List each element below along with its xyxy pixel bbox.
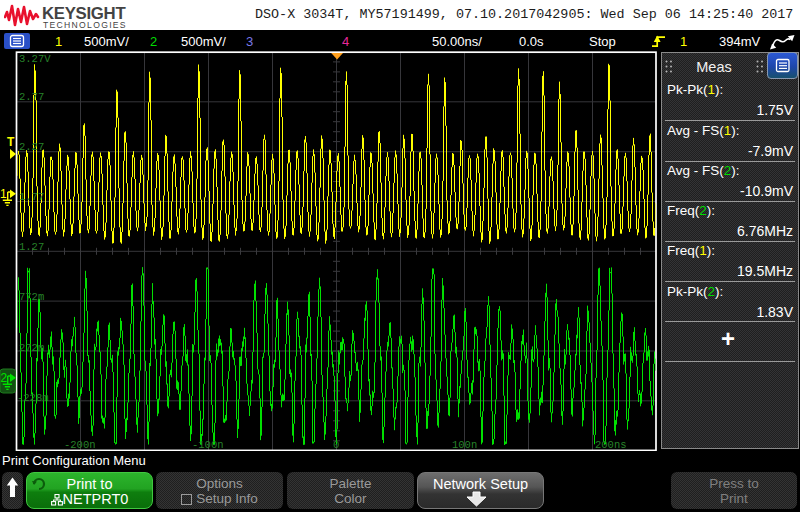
svg-text:2.77: 2.77 xyxy=(19,91,44,103)
svg-text:3.27V: 3.27V xyxy=(19,53,51,65)
svg-text:2: 2 xyxy=(1,371,8,385)
svg-text:772m: 772m xyxy=(19,291,44,303)
svg-text:100n: 100n xyxy=(452,439,477,451)
svg-text:200ns: 200ns xyxy=(595,439,627,451)
svg-text:1.77: 1.77 xyxy=(19,191,44,203)
svg-text:1.27: 1.27 xyxy=(19,241,44,253)
svg-text:0: 0 xyxy=(333,439,339,451)
svg-text:272m: 272m xyxy=(19,342,44,354)
svg-text:-228m: -228m xyxy=(17,392,49,404)
svg-text:T: T xyxy=(7,135,15,149)
svg-text:-100n: -100n xyxy=(192,439,224,451)
svg-text:1: 1 xyxy=(0,187,7,201)
svg-text:-200n: -200n xyxy=(64,439,96,451)
svg-text:2.27: 2.27 xyxy=(19,141,44,153)
